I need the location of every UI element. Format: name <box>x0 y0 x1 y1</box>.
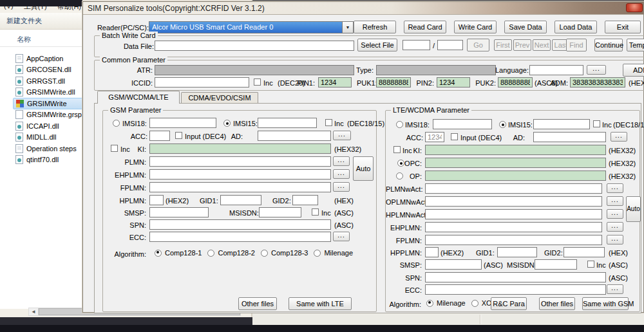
refresh-button[interactable]: Refresh <box>354 21 396 33</box>
gsm-ecc-browse-button[interactable]: ... <box>333 232 350 241</box>
lte-other-files-button[interactable]: Other files <box>539 297 575 310</box>
milenage-radio[interactable] <box>314 250 321 257</box>
lte-rc-para-button[interactable]: R&C Para <box>491 297 527 310</box>
file-row[interactable]: qtintf70.dll <box>13 154 89 166</box>
read-card-button[interactable]: Read Card <box>404 21 446 33</box>
lte-ehplmn-input[interactable] <box>425 222 602 232</box>
gsm-gid2-input[interactable] <box>292 195 318 205</box>
gsm-gid1-input[interactable] <box>220 195 261 205</box>
gsm-ehplmn-browse-button[interactable]: ... <box>333 169 350 179</box>
first-button[interactable]: First <box>494 39 512 51</box>
xor-radio[interactable] <box>471 300 478 307</box>
file-row[interactable]: ICCAPI.dll <box>13 120 89 132</box>
gsm-same-with-lte-button[interactable]: Same with LTE <box>289 297 352 310</box>
iccid-inc-checkbox[interactable] <box>254 78 261 86</box>
lte-oplmnwact-browse-button[interactable]: ... <box>607 196 623 206</box>
iccid-input[interactable] <box>155 77 249 88</box>
file-row[interactable]: GRSIMWrite <box>13 98 89 109</box>
gsm-plmn-input[interactable] <box>149 156 331 167</box>
pin2-input[interactable] <box>437 77 470 88</box>
gsm-ki-input[interactable] <box>149 143 331 154</box>
lte-imsi-inc-checkbox[interactable] <box>593 120 600 127</box>
lte-oplmnwact-input[interactable] <box>425 196 602 207</box>
next-button[interactable]: Next <box>533 39 551 51</box>
gsm-fplmn-browse-button[interactable]: ... <box>333 182 350 192</box>
file-row[interactable]: GRCOSEN.dll <box>13 64 89 76</box>
gsm-imsi15-input[interactable] <box>258 118 317 128</box>
lte-hplmnwact-input[interactable] <box>425 209 602 219</box>
puk2-input[interactable] <box>498 77 533 88</box>
language-browse-button[interactable]: ... <box>587 65 606 75</box>
dropdown-arrow-icon[interactable]: ▼ <box>342 22 353 33</box>
exit-button[interactable]: Exit <box>605 21 641 33</box>
continue-button[interactable]: Continue <box>594 39 623 51</box>
lte-hplmnwact-browse-button[interactable]: ... <box>607 209 623 219</box>
lte-opc-input[interactable] <box>425 158 606 168</box>
adn-button[interactable]: ADN <box>623 64 644 77</box>
lte-op-input[interactable] <box>425 171 606 181</box>
gsm-imsi18-radio[interactable] <box>113 120 120 127</box>
lte-plmnwact-input[interactable] <box>425 183 602 194</box>
gsm-ad-input[interactable] <box>258 131 331 141</box>
scroll-left-arrow-icon[interactable]: ◄ <box>29 308 39 315</box>
file-row[interactable]: GRRGST.dll <box>13 75 89 87</box>
lte-plmnwact-browse-button[interactable]: ... <box>607 183 623 193</box>
lte-ecc-input[interactable] <box>425 284 606 295</box>
template-button[interactable]: Template <box>627 39 644 51</box>
lte-spn-input[interactable] <box>425 272 606 282</box>
puk1-input[interactable] <box>376 77 411 88</box>
gsm-msisdn-inc-checkbox[interactable] <box>312 208 319 216</box>
record-total-input[interactable] <box>437 40 463 50</box>
lte-smsp-input[interactable] <box>425 259 482 270</box>
gsm-ki-inc-checkbox[interactable] <box>111 145 118 152</box>
gsm-other-files-button[interactable]: Other files <box>238 297 277 310</box>
lte-msisdn-input[interactable] <box>535 259 577 270</box>
lte-same-with-gsm-button[interactable]: Same with GSM <box>582 297 629 310</box>
lte-acc-input[interactable] <box>425 132 444 142</box>
lte-ehplmn-browse-button[interactable]: ... <box>607 222 623 232</box>
lte-imsi18-input[interactable] <box>433 119 492 129</box>
name-column-header[interactable]: 名称 <box>17 35 31 44</box>
reader-select[interactable]: Alcor Micro USB Smart Card Reader 0 ▼ <box>149 21 354 33</box>
write-card-button[interactable]: Write Card <box>454 21 497 33</box>
gsm-imsi18-input[interactable] <box>149 118 216 128</box>
lte-imsi15-input[interactable] <box>533 119 590 129</box>
lte-msisdn-inc-checkbox[interactable] <box>587 261 594 268</box>
gsm-auto-button[interactable]: Auto <box>353 156 374 181</box>
select-file-button[interactable]: Select File <box>357 39 397 51</box>
comp128-1-radio[interactable] <box>155 250 162 257</box>
gsm-ad-browse-button[interactable]: ... <box>333 131 351 140</box>
lte-ecc-browse-button[interactable]: ... <box>607 284 623 294</box>
lte-auto-button[interactable]: Auto <box>626 196 641 222</box>
gsm-imsi-inc-checkbox[interactable] <box>325 119 332 126</box>
find-button[interactable]: Find <box>566 39 587 51</box>
lte-ad-input[interactable] <box>533 132 606 142</box>
file-row[interactable]: GRSIMWrite.dll <box>13 87 89 98</box>
adm-input[interactable] <box>570 77 625 88</box>
gsm-hplmn-input[interactable] <box>149 195 164 205</box>
gsm-acc-input[interactable] <box>149 131 170 141</box>
lte-ad-browse-button[interactable]: ... <box>611 132 627 142</box>
lte-hpplmn-input[interactable] <box>425 247 439 257</box>
save-data-button[interactable]: Save Data <box>504 21 547 33</box>
pin1-input[interactable] <box>318 77 352 88</box>
go-button[interactable]: Go <box>467 39 489 51</box>
lte-fplmn-input[interactable] <box>425 235 602 245</box>
file-row[interactable]: GRSIMWrite.grsp <box>13 109 89 121</box>
gsm-fplmn-input[interactable] <box>149 182 331 192</box>
tab-cdma-evdo-csim[interactable]: CDMA/EVDO/CSIM <box>181 92 258 104</box>
gsm-imsi15-radio[interactable] <box>223 120 231 127</box>
lte-gid1-input[interactable] <box>497 247 537 257</box>
gsm-spn-input[interactable] <box>149 219 331 230</box>
lte-fplmn-browse-button[interactable]: ... <box>607 235 623 244</box>
file-row[interactable]: Operation steps <box>13 143 89 154</box>
lte-acc-input-checkbox[interactable] <box>451 133 458 140</box>
new-folder-button[interactable]: 新建文件夹 <box>6 16 42 26</box>
tab-gsm-wcdma-lte[interactable]: GSM/WCDMA/LTE <box>97 91 180 104</box>
close-button[interactable] <box>626 3 643 12</box>
titlebar[interactable]: SIM Personalize tools(Copyright:XCRFID V… <box>83 2 643 15</box>
file-row[interactable]: MIDLL.dll <box>13 132 89 143</box>
load-data-button[interactable]: Load Data <box>554 21 597 33</box>
milenage-radio[interactable] <box>426 300 433 307</box>
gsm-acc-input-checkbox[interactable] <box>175 132 182 139</box>
